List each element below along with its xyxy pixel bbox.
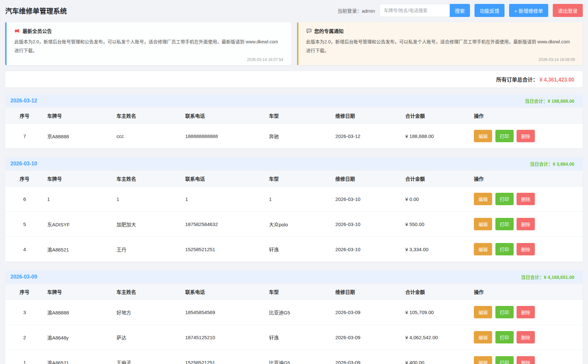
cell-plate: 渝A86521 xyxy=(44,237,113,262)
cell-repair-date: 2026-03-10 xyxy=(332,187,402,212)
column-header: 联系电话 xyxy=(182,108,266,124)
table-header-row: 序号车牌号车主姓名联系电话车型维修日期合计金额操作 xyxy=(5,284,583,300)
cell-amount: ¥ 400.00 xyxy=(402,350,471,364)
search-button[interactable]: 搜索 xyxy=(450,4,470,17)
table-row: 2 渝A8648y 萨达 18745125210 轩逸 2026-03-09 ¥… xyxy=(5,325,583,350)
cell-model: 比亚迪G5 xyxy=(266,300,332,325)
notice-row: 最新全员公告 此版本为2.0，新增后台账号管理和公告发布，可以私发个人账号，适合… xyxy=(5,22,583,65)
cell-seq: 2 xyxy=(5,325,44,350)
cell-plate: 渝A88888 xyxy=(44,300,113,325)
cell-repair-date: 2026-03-10 xyxy=(332,237,402,262)
column-header: 操作 xyxy=(471,171,583,187)
search-input[interactable] xyxy=(380,4,450,17)
megaphone-icon xyxy=(14,28,20,34)
edit-button[interactable]: 编辑 xyxy=(474,331,492,343)
row-actions: 编辑 打印 删除 xyxy=(471,187,583,212)
delete-button[interactable]: 删除 xyxy=(517,356,535,364)
row-actions: 编辑 打印 删除 xyxy=(471,300,583,325)
sections-container: 2026-03-12 当日合计：¥ 188,888.00 序号车牌号车主姓名联系… xyxy=(0,95,588,364)
column-header: 操作 xyxy=(471,108,583,124)
grand-total-label: 所有订单总合计： xyxy=(496,77,538,83)
day-section-header: 2026-03-09 当日合计：¥ 4,168,651.00 xyxy=(5,271,583,283)
delete-button[interactable]: 删除 xyxy=(517,130,535,142)
cell-model: 大众polo xyxy=(266,212,332,237)
cell-phone: 187582584632 xyxy=(182,212,266,237)
row-actions: 编辑 打印 删除 xyxy=(471,237,583,262)
orders-table: 序号车牌号车主姓名联系电话车型维修日期合计金额操作 3 渝A88888 好地方 … xyxy=(5,284,583,364)
print-button[interactable]: 打印 xyxy=(495,356,514,364)
cell-seq: 1 xyxy=(5,350,44,364)
personal-notice-title: 您的专属通知 xyxy=(314,27,344,34)
section-date: 2026-03-12 xyxy=(10,98,37,104)
cell-model: 轩逸 xyxy=(266,237,332,262)
column-header: 序号 xyxy=(5,108,44,124)
day-section: 2026-03-09 当日合计：¥ 4,168,651.00 序号车牌号车主姓名… xyxy=(5,271,583,364)
table-header-row: 序号车牌号车主姓名联系电话车型维修日期合计金额操作 xyxy=(5,108,583,124)
cell-owner: 好地方 xyxy=(113,300,182,325)
delete-button[interactable]: 删除 xyxy=(517,193,535,205)
edit-button[interactable]: 编辑 xyxy=(474,218,492,230)
column-header: 联系电话 xyxy=(182,171,266,187)
daily-total: 当日合计：¥ 188,888.00 xyxy=(525,98,574,104)
grand-total-bar: 所有订单总合计： ¥ 4,361,423.00 xyxy=(5,71,583,87)
cell-seq: 4 xyxy=(5,237,44,262)
logout-button[interactable]: 退出登录 xyxy=(553,4,583,17)
edit-button[interactable]: 编辑 xyxy=(474,356,492,364)
column-header: 联系电话 xyxy=(182,284,266,300)
section-date: 2026-03-09 xyxy=(10,274,37,280)
search-group: 搜索 xyxy=(380,4,470,17)
edit-button[interactable]: 编辑 xyxy=(474,130,492,142)
cell-model: 轩逸 xyxy=(266,325,332,350)
announcement-body: 此版本为2.0，新增后台账号管理和公告发布，可以私发个人账号，适合修理厂员工带手… xyxy=(14,38,283,55)
feedback-button[interactable]: 功能反馈 xyxy=(475,4,505,17)
column-header: 合计金额 xyxy=(402,171,471,187)
print-button[interactable]: 打印 xyxy=(495,193,514,205)
column-header: 维修日期 xyxy=(332,284,402,300)
cell-repair-date: 2026-03-09 xyxy=(332,325,402,350)
current-login: 当前登录：admin xyxy=(337,7,375,14)
cell-repair-date: 2026-03-09 xyxy=(332,350,402,364)
cell-repair-date: 2026-03-10 xyxy=(332,212,402,237)
cell-owner: 萨达 xyxy=(113,325,182,350)
cell-seq: 6 xyxy=(5,187,44,212)
delete-button[interactable]: 删除 xyxy=(517,218,535,230)
cell-owner: 加肥加大 xyxy=(113,212,182,237)
print-button[interactable]: 打印 xyxy=(495,331,514,343)
personal-notice-card: 您的专属通知 此版本为2.0，新增后台账号管理和公告发布，可以私发个人账号，适合… xyxy=(297,22,583,65)
cell-model: 奔驰 xyxy=(266,124,332,149)
page-title: 汽车维修单管理系统 xyxy=(5,6,67,15)
print-button[interactable]: 打印 xyxy=(495,130,514,142)
orders-table: 序号车牌号车主姓名联系电话车型维修日期合计金额操作 6 1 1 1 1 2026… xyxy=(5,171,583,262)
cell-plate: 1 xyxy=(44,187,113,212)
print-button[interactable]: 打印 xyxy=(495,243,514,255)
daily-total: 当日合计：¥ 4,168,651.00 xyxy=(521,274,574,280)
cell-plate: 京A88888 xyxy=(44,124,113,149)
delete-button[interactable]: 删除 xyxy=(517,306,535,318)
print-button[interactable]: 打印 xyxy=(495,218,514,230)
edit-button[interactable]: 编辑 xyxy=(474,243,492,255)
cell-owner: 1 xyxy=(113,187,182,212)
cell-phone: 15258521251 xyxy=(182,350,266,364)
column-header: 车牌号 xyxy=(44,284,113,300)
column-header: 车型 xyxy=(266,108,332,124)
table-row: 7 京A88888 ccc 188888888888 奔驰 2026-03-12… xyxy=(5,124,583,149)
cell-repair-date: 2026-03-09 xyxy=(332,300,402,325)
cell-amount: ¥ 188,888.00 xyxy=(402,124,471,149)
cell-owner: 王丹 xyxy=(113,237,182,262)
column-header: 车主姓名 xyxy=(113,171,182,187)
edit-button[interactable]: 编辑 xyxy=(474,306,492,318)
cell-model: 比亚迪G5 xyxy=(266,350,332,364)
column-header: 车牌号 xyxy=(44,171,113,187)
row-actions: 编辑 打印 删除 xyxy=(471,350,583,364)
delete-button[interactable]: 删除 xyxy=(517,243,535,255)
day-section-header: 2026-03-12 当日合计：¥ 188,888.00 xyxy=(5,95,583,107)
add-repair-order-button[interactable]: + 新增维修单 xyxy=(509,4,548,17)
personal-notice-title-row: 您的专属通知 xyxy=(306,27,575,34)
edit-button[interactable]: 编辑 xyxy=(474,193,492,205)
print-button[interactable]: 打印 xyxy=(495,306,514,318)
announcement-title-row: 最新全员公告 xyxy=(14,27,283,34)
cell-owner: 王麻子 xyxy=(113,350,182,364)
orders-table-card: 序号车牌号车主姓名联系电话车型维修日期合计金额操作 3 渝A88888 好地方 … xyxy=(5,284,583,364)
delete-button[interactable]: 删除 xyxy=(517,331,535,343)
topbar: 汽车维修单管理系统 当前登录：admin 搜索 功能反馈 + 新增维修单 退出登… xyxy=(0,0,588,21)
